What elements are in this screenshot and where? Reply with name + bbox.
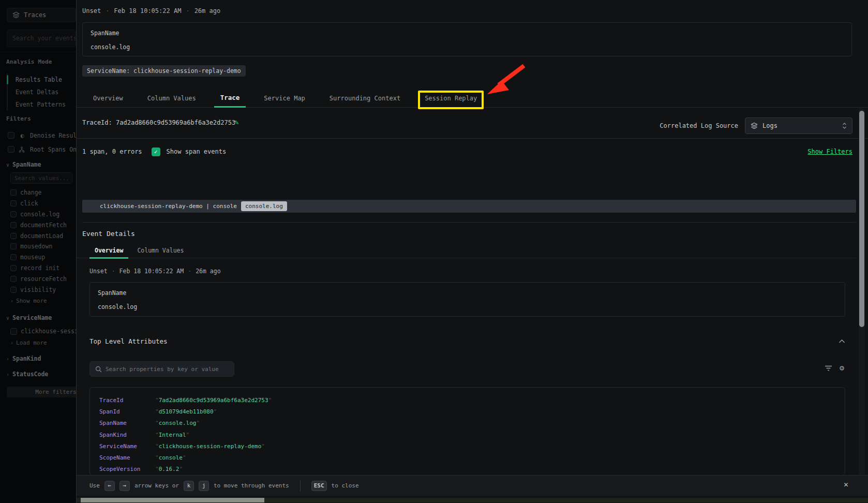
attribute-key: TraceId: [99, 397, 155, 404]
more-filters-button[interactable]: More filters: [7, 387, 76, 397]
app-window: Traces Analysis Mode Results Table Event…: [0, 0, 868, 503]
tab[interactable]: Column Values: [147, 90, 196, 108]
horizontal-scrollbar[interactable]: [77, 498, 868, 502]
vertical-scrollbar-thumb[interactable]: [859, 111, 864, 327]
event-timestamp: Feb 18 10:05:22 AM: [119, 268, 184, 275]
analysis-mode-item[interactable]: Event Deltas: [7, 86, 66, 98]
sidebar: Traces Analysis Mode Results Table Event…: [0, 0, 76, 503]
filter-group-servicename[interactable]: ∨ ServiceName: [6, 314, 52, 321]
spanname-option[interactable]: documentFetch: [10, 219, 67, 230]
filter-group-spankind[interactable]: › SpanKind: [6, 355, 41, 362]
trace-span-label: clickhouse-session-replay-demo | console: [100, 203, 237, 210]
tab-label: Service Map: [264, 95, 305, 102]
option-checkbox[interactable]: [10, 265, 17, 271]
option-checkbox[interactable]: [10, 189, 17, 196]
chevron-down-icon: ∨: [6, 162, 9, 168]
event-details-tab[interactable]: Column Values: [137, 247, 184, 254]
attribute-row[interactable]: SpanId d51079d4eb11b080: [99, 406, 845, 417]
filter-lines-icon[interactable]: [825, 364, 832, 372]
spanname-option[interactable]: documentLoad: [10, 230, 67, 241]
status-badge: Unset: [89, 268, 108, 275]
filter-group-spanname[interactable]: ∨ SpanName: [6, 161, 41, 168]
filter-root-spans-only[interactable]: Root Spans Only: [8, 142, 76, 156]
spanname-option[interactable]: record init: [10, 263, 67, 274]
edit-trace-id-icon[interactable]: ✎: [234, 118, 238, 126]
attribute-key: SpanKind: [99, 432, 155, 438]
option-checkbox[interactable]: [10, 200, 17, 206]
service-name-tag[interactable]: ServiceName: clickhouse-session-replay-d…: [82, 65, 246, 77]
option-checkbox[interactable]: [10, 233, 17, 239]
event-meta-line: Unset · Feb 18 10:05:22 AM · 26m ago: [89, 268, 221, 275]
spanname-option[interactable]: visibility: [10, 284, 67, 295]
attribute-row[interactable]: SpanName console.log: [99, 418, 845, 429]
source-selector-label: Traces: [24, 11, 46, 19]
horizontal-scrollbar-thumb[interactable]: [81, 498, 264, 502]
attributes-search-input[interactable]: [106, 366, 229, 373]
show-filters-link[interactable]: Show Filters: [807, 148, 852, 155]
spanname-option[interactable]: click: [10, 198, 67, 209]
attribute-key: SpanId: [99, 408, 155, 415]
log-source-select[interactable]: Logs: [745, 117, 852, 134]
vertical-scrollbar[interactable]: [859, 108, 865, 496]
option-checkbox[interactable]: [10, 328, 17, 335]
attribute-row[interactable]: TraceId 7ad2ad8660c9d53969a6bf6a3e2d2753: [99, 394, 845, 406]
spanname-option[interactable]: console.log: [10, 209, 67, 220]
spankind-group-title: SpanKind: [12, 355, 41, 362]
option-checkbox[interactable]: [10, 276, 17, 282]
spanname-option[interactable]: change: [10, 187, 67, 198]
denoise-checkbox[interactable]: [8, 132, 14, 139]
chevron-down-icon: ∨: [6, 315, 9, 321]
spanname-group-title: SpanName: [12, 161, 41, 168]
gear-icon[interactable]: ⚙: [840, 364, 844, 372]
attribute-row[interactable]: ScopeName console: [99, 452, 845, 463]
top-level-attributes-header: Top Level Attributes: [89, 337, 845, 345]
analysis-mode-list: Results Table Event Deltas Event Pattern…: [7, 73, 66, 111]
divider: [82, 222, 856, 223]
option-checkbox[interactable]: [10, 254, 17, 260]
option-checkbox[interactable]: [10, 211, 17, 217]
tab[interactable]: Session Replay: [425, 90, 477, 108]
spanname-option[interactable]: mouseup: [10, 252, 67, 263]
span-event-badge[interactable]: console.log: [241, 201, 287, 211]
attribute-value: d51079d4eb11b080: [155, 408, 217, 415]
attribute-row[interactable]: SpanKind Internal: [99, 429, 845, 440]
option-checkbox[interactable]: [10, 287, 17, 293]
filters-heading: Filters: [6, 115, 31, 122]
tab[interactable]: Surrounding Context: [330, 90, 400, 108]
span-summary-row: 1 span, 0 errors ✓ Show span events: [82, 139, 226, 165]
span-name-card: SpanName console.log: [89, 282, 845, 317]
attribute-row[interactable]: ScopeVersion 0.16.2: [99, 464, 845, 475]
trace-waterfall-row[interactable]: clickhouse-session-replay-demo | console…: [82, 200, 856, 213]
analysis-mode-item[interactable]: Event Patterns: [7, 98, 66, 111]
esc-keycap: ESC: [311, 481, 327, 491]
spanname-option[interactable]: mousedown: [10, 241, 67, 252]
close-icon[interactable]: ✕: [844, 481, 848, 489]
tab-label: Overview: [93, 95, 123, 102]
tab[interactable]: Overview: [93, 90, 123, 108]
sidebar-search-input[interactable]: [7, 29, 76, 47]
spanname-show-more[interactable]: › Show more: [10, 298, 47, 304]
source-selector-traces[interactable]: Traces: [7, 8, 76, 22]
servicename-option[interactable]: clickhouse-session-replay-demo: [10, 327, 76, 336]
filter-group-statuscode[interactable]: › StatusCode: [6, 371, 48, 378]
show-span-events-checkbox[interactable]: ✓: [152, 147, 160, 156]
separator: ·: [186, 7, 189, 14]
collapse-section-icon[interactable]: [839, 339, 845, 344]
search-icon: [95, 366, 102, 373]
event-details-tab[interactable]: Overview: [95, 247, 123, 254]
option-checkbox[interactable]: [10, 243, 17, 249]
servicename-load-more[interactable]: › Load more: [10, 339, 47, 346]
arrow-left-keycap: ←: [104, 481, 115, 491]
tab[interactable]: Trace: [214, 90, 246, 108]
check-icon: ✓: [154, 149, 158, 155]
spanname-option[interactable]: resourceFetch: [10, 273, 67, 284]
root-spans-checkbox[interactable]: [8, 146, 14, 153]
attribute-key: ScopeName: [99, 454, 155, 461]
option-checkbox[interactable]: [10, 222, 17, 228]
filter-denoise-results[interactable]: ◐ Denoise Results: [8, 128, 76, 142]
spanname-values-search-input[interactable]: [10, 172, 72, 184]
attribute-value: console.log: [155, 420, 200, 426]
tab[interactable]: Service Map: [264, 90, 305, 108]
attribute-row[interactable]: ServiceName clickhouse-session-replay-de…: [99, 440, 845, 452]
analysis-mode-item[interactable]: Results Table: [7, 73, 66, 86]
